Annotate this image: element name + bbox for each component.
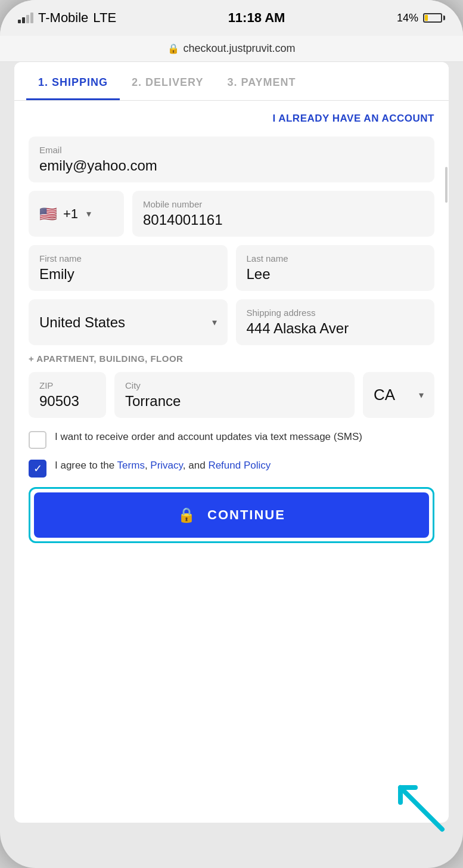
first-name-field[interactable]: First name Emily (29, 245, 228, 291)
tabs-bar: 1. SHIPPING 2. DELIVERY 3. PAYMENT (14, 62, 449, 101)
lock-icon: 🔒 (178, 507, 197, 523)
country-code-selector[interactable]: 🇺🇸 +1 ▾ (29, 191, 124, 237)
email-field[interactable]: Email emily@yahoo.com (29, 137, 434, 182)
network-label: LTE (93, 10, 116, 26)
chevron-down-icon: ▾ (419, 389, 424, 401)
sms-checkbox[interactable] (29, 431, 46, 449)
name-row: First name Emily Last name Lee (29, 245, 434, 291)
mobile-value: 8014001161 (143, 212, 424, 228)
battery-fill (425, 15, 428, 21)
city-value: Torrance (125, 393, 344, 410)
zip-label: ZIP (39, 380, 95, 390)
terms-prefix: I agree to the (55, 460, 117, 471)
last-name-field[interactable]: Last name Lee (236, 245, 435, 291)
url-bar: 🔒 checkout.justpruvit.com (0, 36, 463, 62)
signal-bar-2 (22, 17, 25, 23)
address-row: United States ▾ Shipping address 444 Ala… (29, 299, 434, 345)
tab-payment-label: PAYMENT (241, 76, 296, 88)
privacy-link[interactable]: Privacy (150, 460, 182, 471)
terms-and: , and (183, 460, 209, 471)
main-content: 1. SHIPPING 2. DELIVERY 3. PAYMENT I ALR… (14, 62, 449, 823)
tab-payment-number: 3. (227, 76, 237, 88)
country-value: United States (39, 314, 125, 331)
sms-checkbox-row: I want to receive order and account upda… (29, 430, 434, 449)
battery-indicator (423, 13, 445, 23)
tab-payment[interactable]: 3. PAYMENT (215, 62, 307, 100)
terms-checkbox-row: ✓ I agree to the Terms, Privacy, and Ref… (29, 458, 434, 478)
shipping-address-label: Shipping address (247, 308, 424, 318)
phone-row: 🇺🇸 +1 ▾ Mobile number 8014001161 (29, 191, 434, 237)
status-right: 14% (397, 12, 445, 24)
first-name-label: First name (39, 253, 217, 264)
zip-field[interactable]: ZIP 90503 (29, 372, 106, 418)
content-area: I ALREADY HAVE AN ACCOUNT Email emily@ya… (14, 101, 449, 820)
signal-bars (18, 13, 33, 23)
carrier-label: T-Mobile (38, 10, 88, 26)
flag-icon: 🇺🇸 (39, 206, 57, 222)
mobile-number-field[interactable]: Mobile number 8014001161 (132, 191, 434, 237)
refund-policy-link[interactable]: Refund Policy (208, 460, 271, 471)
country-code-value: +1 (63, 206, 78, 222)
continue-button[interactable]: 🔒 CONTINUE (34, 492, 429, 538)
phone-frame: T-Mobile LTE 11:18 AM 14% 🔒 checkout.jus… (0, 0, 463, 868)
account-link[interactable]: I ALREADY HAVE AN ACCOUNT (29, 113, 434, 125)
zip-value: 90503 (39, 393, 95, 410)
scrollbar[interactable] (445, 167, 448, 203)
city-label: City (125, 380, 344, 390)
first-name-value: Emily (39, 266, 217, 283)
signal-bar-4 (30, 13, 33, 23)
tab-shipping-number: 1. (38, 76, 48, 88)
battery-percent: 14% (397, 12, 418, 24)
city-field[interactable]: City Torrance (114, 372, 355, 418)
tab-delivery-number: 2. (132, 76, 142, 88)
state-selector[interactable]: CA ▾ (363, 372, 434, 418)
state-value: CA (374, 386, 395, 404)
time-label: 11:18 AM (228, 10, 285, 26)
zip-row: ZIP 90503 City Torrance CA ▾ (29, 372, 434, 418)
tab-delivery[interactable]: 2. DELIVERY (120, 62, 215, 100)
signal-bar-1 (18, 20, 21, 23)
chevron-down-icon: ▾ (86, 208, 91, 219)
status-left: T-Mobile LTE (18, 10, 116, 26)
battery-tip (443, 16, 445, 20)
svg-line-0 (400, 788, 442, 829)
terms-middle: , (145, 460, 150, 471)
last-name-value: Lee (247, 266, 424, 283)
continue-wrapper: 🔒 CONTINUE (29, 487, 434, 543)
terms-checkbox[interactable]: ✓ (29, 460, 46, 478)
continue-label: CONTINUE (207, 507, 285, 523)
arrow-indicator (397, 785, 445, 832)
shipping-address-field[interactable]: Shipping address 444 Alaska Aver (236, 299, 435, 345)
email-label: Email (39, 145, 424, 155)
signal-bar-3 (26, 15, 29, 23)
status-bar: T-Mobile LTE 11:18 AM 14% (0, 0, 463, 36)
url-text: checkout.justpruvit.com (183, 42, 295, 55)
terms-checkbox-label: I agree to the Terms, Privacy, and Refun… (55, 458, 271, 473)
email-value: emily@yahoo.com (39, 157, 424, 174)
tab-shipping-label: SHIPPING (52, 76, 108, 88)
sms-checkbox-label: I want to receive order and account upda… (55, 430, 362, 444)
tab-shipping[interactable]: 1. SHIPPING (26, 62, 120, 100)
battery-body (423, 13, 442, 23)
country-dropdown[interactable]: United States ▾ (29, 299, 228, 345)
shipping-address-value: 444 Alaska Aver (247, 320, 424, 337)
tab-delivery-label: DELIVERY (145, 76, 203, 88)
chevron-down-icon: ▾ (212, 317, 217, 328)
last-name-label: Last name (247, 253, 424, 264)
url-lock-icon: 🔒 (167, 43, 179, 54)
apt-link[interactable]: + APARTMENT, BUILDING, FLOOR (29, 354, 434, 364)
terms-link[interactable]: Terms (117, 460, 145, 471)
mobile-label: Mobile number (143, 199, 424, 209)
